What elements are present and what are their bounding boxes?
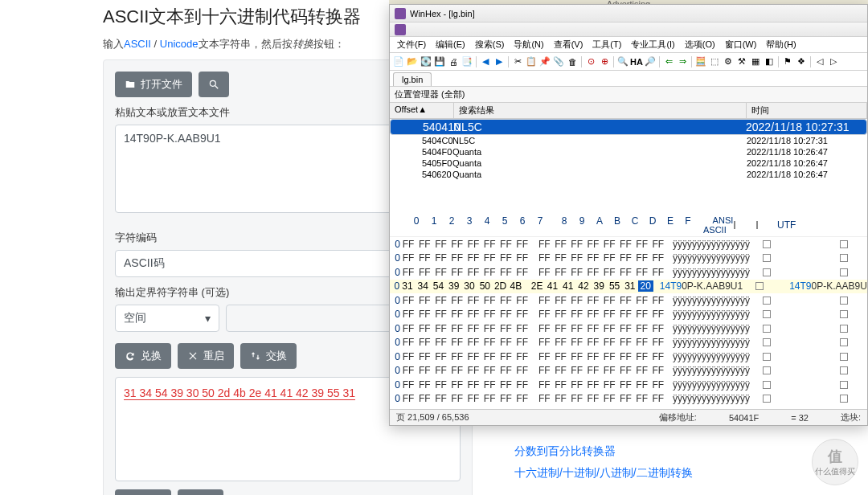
winhex-icon (395, 24, 406, 35)
search-results-header[interactable]: Offset▲ 搜索结果 时间 (390, 103, 867, 119)
menu-item[interactable]: 搜索(S) (471, 38, 509, 51)
menu-item[interactable]: 导航(N) (510, 38, 547, 51)
menu-bar[interactable]: 文件(F)编辑(E)搜索(S)导航(N)查看(V)工具(T)专业工具(I)选项(… (390, 37, 867, 53)
goto-icon[interactable]: ⊙ (584, 55, 597, 68)
paste2-icon[interactable]: 📎 (552, 55, 565, 68)
cut-icon[interactable]: ✂ (511, 55, 524, 68)
hex-row[interactable]: 0FFFFFFFFFFFFFFFFFFFFFFFFFFFFFFFFÿÿÿÿÿÿÿ… (390, 252, 867, 266)
svg-point-0 (210, 80, 215, 86)
del-icon[interactable]: 🗑 (566, 55, 579, 68)
props-icon[interactable]: 📑 (461, 55, 473, 68)
search-icon (208, 79, 219, 90)
print-icon[interactable]: 🖨 (447, 55, 460, 68)
menu-item[interactable]: 编辑(E) (432, 38, 469, 51)
hex-row[interactable]: 0FFFFFFFFFFFFFFFFFFFFFFFFFFFFFFFFÿÿÿÿÿÿÿ… (390, 308, 867, 322)
link-hex-dec-oct-bin[interactable]: 十六进制/十进制/八进制/二进制转换 (514, 462, 693, 484)
link-unicode[interactable]: Unicode (160, 38, 199, 50)
hex-row[interactable]: 0FFFFFFFFFFFFFFFFFFFFFFFFFFFFFFFFÿÿÿÿÿÿÿ… (390, 265, 867, 280)
menu-item[interactable]: 专业工具(I) (627, 38, 678, 51)
win-icon[interactable]: ❖ (795, 55, 808, 68)
copy-button[interactable]: 复制 (115, 489, 171, 495)
save-button[interactable]: 救 (178, 489, 223, 495)
disk-icon[interactable]: 💽 (420, 55, 432, 68)
tool3-icon[interactable]: ▦ (749, 55, 762, 68)
window-titlebar-sub (390, 22, 867, 37)
menu-item[interactable]: 工具(T) (588, 38, 625, 51)
swap-icon (250, 350, 261, 362)
tool4-icon[interactable]: ◧ (763, 55, 776, 68)
paste-icon[interactable]: 📌 (538, 55, 551, 68)
left-icon[interactable]: ⇐ (662, 55, 675, 68)
right-icon[interactable]: ⇒ (676, 55, 689, 68)
menu-item[interactable]: 帮助(H) (762, 38, 800, 51)
menu-item[interactable]: 文件(F) (393, 38, 430, 51)
status-sel: 选块: (841, 411, 861, 423)
goto2-icon[interactable]: ⊕ (598, 55, 611, 68)
link-fraction-percent[interactable]: 分数到百分比转换器 (514, 440, 693, 462)
prev-icon[interactable]: ◁ (813, 55, 826, 68)
winhex-window: WinHex - [lg.bin] 文件(F)编辑(E)搜索(S)导航(N)查看… (389, 4, 868, 426)
status-page: 页 21,509 / 65,536 (396, 411, 469, 423)
save-icon[interactable]: 💾 (433, 55, 446, 68)
search-results-list[interactable]: 540410NL5C2022/11/18 10:27:315404C0NL5C2… (390, 119, 867, 180)
hex-row[interactable]: 0FFFFFFFFFFFFFFFFFFFFFFFFFFFFFFFFÿÿÿÿÿÿÿ… (390, 293, 867, 308)
fwd-icon[interactable]: ▶ (493, 55, 506, 68)
menu-item[interactable]: 选项(O) (681, 38, 719, 51)
hex-row[interactable]: 0FFFFFFFFFFFFFFFFFFFFFFFFFFFFFFFFÿÿÿÿÿÿÿ… (390, 237, 867, 252)
next-icon[interactable]: ▷ (827, 55, 840, 68)
back-icon[interactable]: ◀ (479, 55, 492, 68)
search-result-row[interactable]: 5404C0NL5C2022/11/18 10:27:31 (390, 135, 867, 146)
tab-lgbin[interactable]: lg.bin (393, 72, 432, 86)
findtext-icon[interactable]: 🔎 (644, 55, 657, 68)
chevron-down-icon: ▾ (205, 312, 211, 325)
ram-icon[interactable]: ⬚ (708, 55, 721, 68)
refresh-icon (125, 350, 136, 362)
hex-row[interactable]: 0FFFFFFFFFFFFFFFFFFFFFFFFFFFFFFFFÿÿÿÿÿÿÿ… (390, 364, 867, 378)
tool2-icon[interactable]: ⚒ (735, 55, 748, 68)
related-links: 分数到百分比转换器 十六进制/十进制/八进制/二进制转换 (514, 440, 693, 483)
hex-header: 0123456789ABCDEF ANSI ASCIIUTF (390, 214, 867, 237)
link-ascii[interactable]: ASCII (124, 38, 151, 50)
opt-icon[interactable]: ⚑ (781, 55, 794, 68)
status-offset-label: 偏移地址: (659, 411, 697, 423)
status-bar: 页 21,509 / 65,536 偏移地址: 54041F = 32 选块: (390, 409, 867, 425)
hex-row[interactable]: 0FFFFFFFFFFFFFFFFFFFFFFFFFFFFFFFFÿÿÿÿÿÿÿ… (390, 378, 867, 392)
winhex-icon (395, 8, 406, 19)
search-result-row[interactable]: 540620Quanta2022/11/18 10:26:47 (390, 169, 867, 180)
hex-row-selected[interactable]: 03134543930502D4B2E4141423955312014T90P-… (390, 280, 867, 294)
status-eq: = 32 (791, 413, 809, 423)
menu-item[interactable]: 查看(V) (550, 38, 588, 51)
hex-row[interactable]: 0FFFFFFFFFFFFFFFFFFFFFFFFFFFFFFFFÿÿÿÿÿÿÿ… (390, 336, 867, 350)
close-icon (187, 350, 199, 362)
reset-button[interactable]: 重启 (178, 343, 234, 369)
open-file-button[interactable]: 打开文件 (115, 72, 192, 97)
search-result-row[interactable]: 5405F0Quanta2022/11/18 10:26:47 (390, 158, 867, 169)
location-manager-label: 位置管理器 (全部) (390, 87, 867, 103)
hex-view[interactable]: 0123456789ABCDEF ANSI ASCIIUTF 0FFFFFFFF… (390, 214, 867, 409)
smzdm-badge[interactable]: 值 什么值得买 (812, 439, 858, 485)
toolbar[interactable]: 📄 📂 💽 💾 🖨 📑 ◀ ▶ ✂ 📋 📌 📎 🗑 ⊙ ⊕ 🔍 HA 🔎 ⇐ ⇒… (390, 53, 867, 71)
folder-icon (125, 79, 136, 90)
menu-item[interactable]: 窗口(W) (721, 38, 761, 51)
file-tabs[interactable]: lg.bin (390, 71, 867, 87)
open-icon[interactable]: 📂 (406, 55, 419, 68)
window-titlebar[interactable]: WinHex - [lg.bin] (390, 5, 867, 22)
status-offset: 54041F (729, 413, 759, 423)
calc-icon[interactable]: 🧮 (694, 55, 707, 68)
find-icon[interactable]: 🔍 (616, 55, 629, 68)
delimiter-select[interactable]: 空间▾ (115, 305, 219, 332)
hex-row[interactable]: 0FFFFFFFFFFFFFFFFFFFFFFFFFFFFFFFFÿÿÿÿÿÿÿ… (390, 350, 867, 364)
hex-body[interactable]: 0FFFFFFFFFFFFFFFFFFFFFFFFFFFFFFFFÿÿÿÿÿÿÿ… (390, 237, 867, 406)
search-button[interactable] (199, 72, 229, 97)
swap-button[interactable]: 交换 (240, 343, 297, 369)
findhex-icon[interactable]: HA (630, 55, 643, 68)
search-result-row[interactable]: 5404F0Quanta2022/11/18 10:26:47 (390, 146, 867, 158)
hex-row[interactable]: 0FFFFFFFFFFFFFFFFFFFFFFFFFFFFFFFFÿÿÿÿÿÿÿ… (390, 321, 867, 336)
copy-icon[interactable]: 📋 (525, 55, 538, 68)
svg-line-1 (215, 86, 219, 89)
convert-button[interactable]: 兑换 (115, 343, 171, 369)
hex-row[interactable]: 0FFFFFFFFFFFFFFFFFFFFFFFFFFFFFFFFÿÿÿÿÿÿÿ… (390, 392, 867, 407)
search-result-row[interactable]: 540410NL5C2022/11/18 10:27:31 (390, 119, 867, 135)
tool1-icon[interactable]: ⚙ (722, 55, 735, 68)
new-icon[interactable]: 📄 (392, 55, 405, 68)
